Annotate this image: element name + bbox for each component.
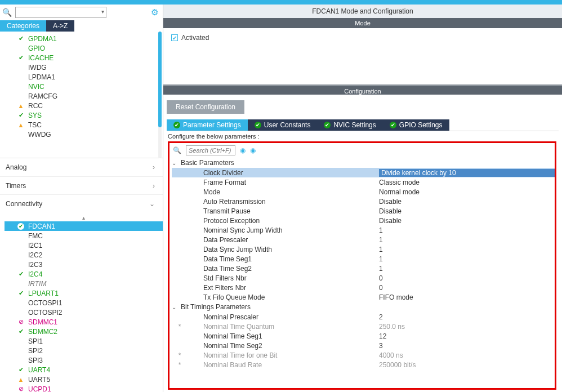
param-row-nominal-time-quantum[interactable]: *Nominal Time Quantum250.0 ns (172, 322, 555, 331)
param-value[interactable]: 1 (379, 265, 555, 273)
check-icon: ✔ (17, 112, 25, 119)
activated-checkbox-row[interactable]: ✔ Activated (171, 34, 554, 42)
calc-star: * (172, 323, 188, 331)
param-value[interactable]: Classic mode (379, 179, 555, 186)
connectivity-item-i2c2[interactable]: I2C2 (5, 250, 163, 260)
param-value[interactable]: FIFO mode (379, 293, 555, 301)
connectivity-item-fdcan1[interactable]: ✔FDCAN1 (5, 221, 163, 231)
param-row-mode[interactable]: ModeNormal mode (172, 187, 555, 197)
connectivity-item-octospi2[interactable]: OCTOSPI2 (5, 308, 163, 317)
tab-nvic-settings[interactable]: ✔NVIC Settings (317, 119, 382, 131)
param-value[interactable]: 4000 ns (379, 351, 555, 359)
system-item-lpdma1[interactable]: LPDMA1 (5, 72, 163, 82)
sidebar: 🔍 ▾ ⚙ Categories A->Z ✔GPDMA1GPIO✔ICACHE… (0, 5, 163, 392)
system-item-rcc[interactable]: ▲RCC (5, 101, 163, 110)
connectivity-item-sdmmc2[interactable]: ✔SDMMC2 (5, 327, 163, 336)
system-item-icache[interactable]: ✔ICACHE (5, 53, 163, 63)
tab-user-constants[interactable]: ✔User Constants (248, 119, 318, 131)
system-tree[interactable]: ✔GPDMA1GPIO✔ICACHEIWDGLPDMA1NVICRAMCFG▲R… (0, 32, 163, 158)
connectivity-item-i2c3[interactable]: I2C3 (5, 260, 163, 269)
gear-icon[interactable]: ⚙ (151, 7, 158, 17)
connectivity-item-uart4[interactable]: ✔UART4 (5, 365, 163, 375)
param-group-basic-parameters[interactable]: ⌄Basic Parameters (172, 158, 555, 168)
param-row-data-time-seg1[interactable]: Data Time Seg11 (172, 254, 555, 264)
param-row-auto-retransmission[interactable]: Auto RetransmissionDisable (172, 197, 555, 206)
system-item-ramcfg[interactable]: RAMCFG (5, 91, 163, 101)
param-row-clock-divider[interactable]: Clock DividerDivide kernel clock by 10 (172, 168, 555, 177)
connectivity-item-irtim[interactable]: IRTIM (5, 279, 163, 288)
scrollbar-thumb[interactable] (158, 32, 162, 127)
param-row-protocol-exception[interactable]: Protocol ExceptionDisable (172, 216, 555, 225)
category-analog[interactable]: Analog› (0, 158, 163, 176)
param-group-bit-timings-parameters[interactable]: ⌄Bit Timings Parameters (172, 302, 555, 312)
param-value[interactable]: 1 (379, 255, 555, 263)
param-value[interactable]: 250000 bit/s (379, 361, 555, 369)
system-item-sys[interactable]: ✔SYS (5, 110, 163, 120)
param-row-tx-fifo-queue-mode[interactable]: Tx Fifo Queue ModeFIFO mode (172, 292, 555, 302)
scroll-up-icon[interactable]: ▴ (5, 215, 163, 221)
system-item-gpio[interactable]: GPIO (5, 43, 163, 53)
param-row-frame-format[interactable]: Frame FormatClassic mode (172, 177, 555, 187)
param-value[interactable]: 0 (379, 284, 555, 292)
param-row-data-sync-jump-width[interactable]: Data Sync Jump Width1 (172, 244, 555, 254)
param-value[interactable]: 2 (379, 313, 555, 321)
param-value[interactable]: 1 (379, 246, 555, 253)
connectivity-item-octospi1[interactable]: OCTOSPI1 (5, 298, 163, 308)
tab-gpio-settings[interactable]: ✔GPIO Settings (383, 119, 449, 131)
param-row-data-time-seg2[interactable]: Data Time Seg21 (172, 264, 555, 273)
next-match-icon[interactable]: ◉ (250, 146, 256, 154)
param-value[interactable]: 1 (379, 226, 555, 234)
param-row-nominal-time-for-one-bit[interactable]: *Nominal Time for one Bit4000 ns (172, 350, 555, 360)
connectivity-item-spi1[interactable]: SPI1 (5, 336, 163, 346)
param-value[interactable]: 12 (379, 332, 555, 340)
connectivity-item-fmc[interactable]: FMC (5, 231, 163, 240)
param-value[interactable]: 250.0 ns (379, 323, 555, 331)
tab-parameter-settings[interactable]: ✔Parameter Settings (167, 119, 248, 131)
connectivity-tree[interactable]: ▴ ✔FDCAN1FMCI2C1I2C2I2C3✔I2C4IRTIM✔LPUAR… (0, 212, 163, 392)
param-value[interactable]: Disable (379, 207, 555, 215)
connectivity-item-spi2[interactable]: SPI2 (5, 346, 163, 355)
system-item-gpdma1[interactable]: ✔GPDMA1 (5, 34, 163, 43)
system-item-iwdg[interactable]: IWDG (5, 63, 163, 72)
tab-az[interactable]: A->Z (46, 20, 74, 32)
param-row-transmit-pause[interactable]: Transmit PauseDisable (172, 206, 555, 216)
parameter-tree[interactable]: ⌄Basic ParametersClock DividerDivide ker… (170, 158, 555, 369)
param-value[interactable]: Disable (379, 198, 555, 206)
activated-checkbox[interactable]: ✔ (171, 34, 178, 41)
param-row-std-filters-nbr[interactable]: Std Filters Nbr0 (172, 273, 555, 283)
param-value[interactable]: Disable (379, 217, 555, 225)
connectivity-item-spi3[interactable]: SPI3 (5, 355, 163, 365)
param-value[interactable]: 3 (379, 342, 555, 350)
param-value[interactable]: Normal mode (379, 188, 555, 196)
system-item-nvic[interactable]: NVIC (5, 82, 163, 91)
param-row-nominal-time-seg1[interactable]: Nominal Time Seg112 (172, 331, 555, 341)
param-row-nominal-baud-rate[interactable]: *Nominal Baud Rate250000 bit/s (172, 360, 555, 369)
chevron-down-icon[interactable]: ▾ (101, 8, 104, 15)
connectivity-item-sdmmc1[interactable]: ⊘SDMMC1 (5, 317, 163, 327)
connectivity-item-i2c1[interactable]: I2C1 (5, 240, 163, 250)
scrollbar-track[interactable] (158, 32, 162, 158)
system-item-tsc[interactable]: ▲TSC (5, 120, 163, 130)
tab-categories[interactable]: Categories (0, 20, 46, 32)
param-value[interactable]: Divide kernel clock by 10 (379, 169, 555, 177)
param-row-nominal-prescaler[interactable]: Nominal Prescaler2 (172, 312, 555, 322)
tree-item-label: UART5 (28, 376, 50, 384)
sidebar-search-input[interactable] (15, 7, 106, 18)
category-timers[interactable]: Timers› (0, 176, 163, 194)
system-item-wwdg[interactable]: WWDG (5, 130, 163, 139)
connectivity-item-ucpd1[interactable]: ⊘UCPD1 (5, 384, 163, 392)
param-row-nominal-time-seg2[interactable]: Nominal Time Seg23 (172, 341, 555, 350)
param-row-nominal-sync-jump-width[interactable]: Nominal Sync Jump Width1 (172, 225, 555, 235)
category-connectivity[interactable]: Connectivity⌄ (0, 194, 163, 212)
param-row-data-prescaler[interactable]: Data Prescaler1 (172, 235, 555, 244)
param-value[interactable]: 0 (379, 274, 555, 282)
connectivity-item-lpuart1[interactable]: ✔LPUART1 (5, 288, 163, 298)
reset-configuration-button[interactable]: Reset Configuration (167, 100, 244, 114)
prev-match-icon[interactable]: ◉ (240, 146, 246, 154)
param-search-input[interactable] (186, 145, 235, 155)
connectivity-item-i2c4[interactable]: ✔I2C4 (5, 269, 163, 279)
connectivity-item-uart5[interactable]: ▲UART5 (5, 375, 163, 384)
param-row-ext-filters-nbr[interactable]: Ext Filters Nbr0 (172, 283, 555, 292)
check-icon: ✔ (17, 54, 25, 61)
param-value[interactable]: 1 (379, 236, 555, 244)
